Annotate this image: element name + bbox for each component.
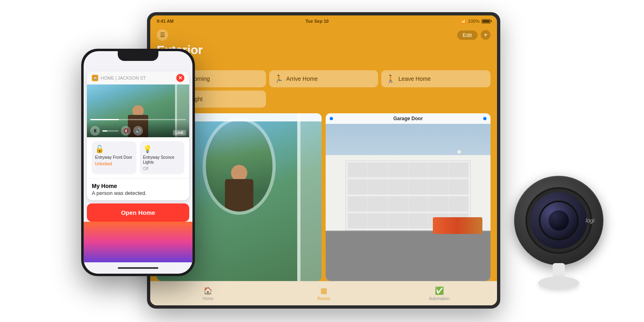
notif-camera-feed: ⏸ 🔇 🔊 LIVE (87, 84, 189, 137)
live-badge: LIVE (173, 130, 186, 136)
garage-dot-left (330, 117, 333, 120)
tablet-frame: 9:41 AM Tue Sep 10 📶 100% ☰ Edit + (147, 12, 500, 309)
scene-leave-home[interactable]: 🚶 Leave Home (381, 70, 491, 87)
battery-icon (482, 19, 491, 24)
notif-content: My Home A person was detected. (87, 178, 189, 200)
scenes-label: Scenes (157, 61, 491, 67)
home-tab-icon: 🏠 (203, 286, 212, 295)
page-title: Exterior (157, 43, 491, 57)
scene-leave-icon: 🚶 (386, 74, 395, 83)
mute-button[interactable]: 🔇 (121, 126, 131, 136)
notif-accessories: 🔓 Entryway Front Door Unlocked 💡 Entrywa… (87, 137, 189, 178)
rooms-tab-label: Rooms (317, 296, 330, 301)
scenes-section: Scenes 🏠 Good Morning 🏃 Arrive Home 🚶 Le… (150, 61, 497, 113)
notif-alert-text: A person was detected. (92, 190, 184, 196)
status-date: Tue Sep 10 (305, 19, 328, 24)
add-button[interactable]: + (481, 30, 491, 40)
edit-button[interactable]: Edit (457, 30, 478, 40)
camera-foot (538, 277, 579, 290)
home-tab-label: Home (203, 296, 214, 301)
tab-rooms[interactable]: ▦ Rooms (266, 286, 382, 301)
automation-tab-label: Automation (429, 296, 450, 301)
garage-camera-card[interactable]: Garage Door (326, 113, 491, 281)
logi-camera: logi (502, 176, 616, 290)
lens-outer (530, 192, 587, 249)
front-door-status: Unlocked (95, 162, 133, 166)
scenes-grid: 🏠 Good Morning 🏃 Arrive Home 🚶 Leave Hom… (157, 70, 491, 87)
volume-button[interactable]: 🔊 (133, 126, 143, 136)
notif-controls: ⏸ 🔇 🔊 (90, 126, 143, 136)
open-home-button[interactable]: Open Home (87, 203, 189, 222)
notif-app-name: HOME | JACKSON ST (101, 76, 174, 80)
automation-tab-icon: ✅ (435, 286, 444, 295)
camera-brand: logi (586, 217, 594, 224)
lens-core (549, 210, 569, 231)
lights-status: Off (143, 166, 181, 171)
camera-base (538, 263, 579, 290)
header-actions: Edit + (457, 30, 491, 40)
accessory-lights[interactable]: 💡 Entryway Sconce Lights Off (140, 141, 184, 174)
notif-app-icon: 🏠 (92, 75, 98, 81)
tablet-header: ☰ Edit + Exterior (150, 27, 497, 61)
scene-arrive-label: Arrive Home (286, 76, 318, 82)
notif-home-name: My Home (92, 183, 184, 189)
notif-progress-bar (90, 119, 186, 120)
notif-overlay: ⏸ 🔇 🔊 LIVE (87, 121, 189, 137)
accessory-front-door[interactable]: 🔓 Entryway Front Door Unlocked (92, 141, 136, 174)
tablet-device: 9:41 AM Tue Sep 10 📶 100% ☰ Edit + (147, 12, 500, 309)
tab-home[interactable]: 🏠 Home (150, 286, 266, 301)
battery-text: 100% (468, 19, 480, 24)
notif-close-button[interactable]: ✕ (176, 74, 184, 82)
garage-title: Garage Door (393, 116, 423, 121)
tab-bar: 🏠 Home ▦ Rooms ✅ Automation (150, 281, 497, 305)
menu-icon[interactable]: ☰ (157, 29, 168, 41)
lens-inner (540, 202, 577, 239)
camera-body: logi (514, 176, 603, 265)
scene-leave-label: Leave Home (398, 76, 430, 82)
camera-neck (553, 263, 565, 277)
phone-notch (118, 51, 158, 61)
wifi-icon: 📶 (460, 19, 466, 24)
notif-header: 🏠 HOME | JACKSON ST ✕ (87, 71, 189, 84)
notification-card[interactable]: 🏠 HOME | JACKSON ST ✕ (87, 71, 189, 200)
status-right: 📶 100% (460, 19, 491, 24)
rooms-tab-icon: ▦ (320, 286, 327, 295)
header-top: ☰ Edit + (157, 29, 491, 41)
scenes-row2: 🌙 Good Night (157, 91, 491, 108)
phone-screen: 🏠 HOME | JACKSON ST ✕ (84, 51, 192, 274)
status-bar: 9:41 AM Tue Sep 10 📶 100% (150, 15, 497, 27)
phone-frame: 🏠 HOME | JACKSON ST ✕ (81, 49, 195, 276)
pause-button[interactable]: ⏸ (90, 126, 100, 136)
notif-progress-fill (90, 119, 119, 120)
lights-name: Entryway Sconce Lights (143, 155, 181, 165)
status-time: 9:41 AM (157, 19, 174, 24)
camera-area: Garage Door (150, 113, 497, 281)
light-icon: 💡 (143, 145, 181, 153)
garage-dot-right (483, 117, 486, 120)
garage-feed (326, 113, 491, 281)
scene-arrive-icon: 🏃 (274, 74, 283, 83)
tab-automation[interactable]: ✅ Automation (381, 286, 497, 301)
phone-wallpaper (84, 222, 192, 262)
garage-header: Garage Door (326, 113, 491, 124)
lock-icon: 🔓 (95, 145, 133, 153)
phone-device: 🏠 HOME | JACKSON ST ✕ (81, 49, 195, 276)
tablet-screen: 9:41 AM Tue Sep 10 📶 100% ☰ Edit + (150, 15, 497, 305)
scene-arrive-home[interactable]: 🏃 Arrive Home (269, 70, 378, 87)
home-indicator (84, 262, 192, 274)
front-door-name: Entryway Front Door (95, 155, 133, 160)
home-bar (118, 267, 158, 269)
